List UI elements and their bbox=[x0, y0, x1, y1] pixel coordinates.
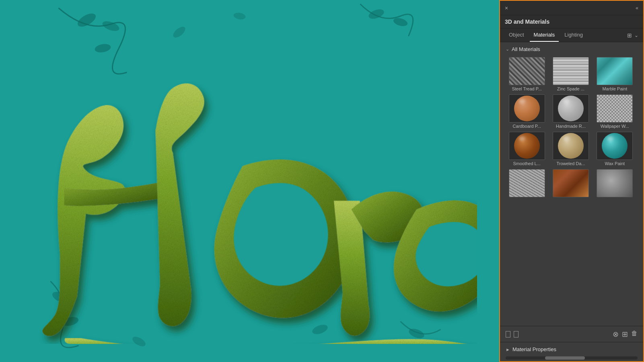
wallpaper-texture bbox=[597, 95, 632, 122]
steel-tread-texture bbox=[509, 57, 545, 85]
material-item-flat3[interactable] bbox=[594, 168, 636, 199]
material-label-troweled: Troweled Da... bbox=[553, 161, 589, 166]
material-label-cardboard: Cardboard P... bbox=[509, 124, 545, 129]
import-material2-button[interactable]: ⎕ bbox=[514, 329, 518, 339]
panel-title: 3D and Materials bbox=[505, 18, 638, 28]
material-item-flat1[interactable] bbox=[506, 168, 548, 199]
toolbar-right: ⊗ ⊞ 🗑 bbox=[613, 330, 638, 339]
wax-paint-sphere bbox=[602, 133, 628, 159]
add-material-button[interactable]: ⊞ bbox=[622, 330, 628, 339]
material-item-marble-paint[interactable]: Marble Paint bbox=[594, 56, 636, 92]
smoothed-sphere bbox=[514, 133, 540, 159]
section-chevron-icon: ⌄ bbox=[506, 47, 509, 52]
flat3-texture bbox=[597, 170, 632, 197]
flora-text bbox=[3, 18, 477, 344]
material-thumb-troweled bbox=[553, 132, 589, 160]
materials-grid-container: Steel Tread P... Zinc Spade ... Marble P… bbox=[500, 56, 643, 326]
material-item-wax-paint[interactable]: Wax Paint bbox=[594, 131, 636, 167]
bottom-scrollbar-thumb bbox=[545, 356, 584, 360]
material-thumb-steel-tread bbox=[509, 57, 545, 85]
troweled-sphere bbox=[558, 133, 584, 159]
delete-material-button[interactable]: 🗑 bbox=[631, 330, 638, 339]
flat2-texture bbox=[553, 170, 588, 197]
material-label-zinc-spade: Zinc Spade ... bbox=[553, 86, 589, 91]
material-thumb-flat3 bbox=[597, 169, 633, 197]
material-thumb-handmade bbox=[553, 94, 589, 123]
material-item-handmade[interactable]: Handmade R... bbox=[549, 94, 592, 129]
toolbar-left: ⎕ ⎕ bbox=[506, 329, 518, 339]
material-thumb-smoothed bbox=[509, 132, 545, 160]
material-item-smoothed[interactable]: Smoothed L... bbox=[506, 131, 548, 167]
material-label-marble-paint: Marble Paint bbox=[597, 86, 633, 91]
material-thumb-marble-paint bbox=[597, 57, 633, 85]
material-thumb-zinc-spade bbox=[553, 57, 589, 85]
materials-grid: Steel Tread P... Zinc Spade ... Marble P… bbox=[506, 56, 638, 199]
material-thumb-wallpaper bbox=[597, 94, 633, 123]
flat1-texture bbox=[509, 170, 545, 197]
material-label-smoothed: Smoothed L... bbox=[509, 161, 545, 166]
material-properties-section: ► Material Properties bbox=[500, 342, 643, 356]
material-item-steel-tread[interactable]: Steel Tread P... bbox=[506, 56, 548, 92]
all-materials-header[interactable]: ⌄ All Materials bbox=[500, 42, 643, 56]
material-label-wallpaper: Wallpaper W... bbox=[597, 124, 633, 129]
marble-paint-texture bbox=[597, 57, 632, 85]
material-properties-header[interactable]: ► Material Properties bbox=[506, 346, 638, 352]
tab-materials[interactable]: Materials bbox=[530, 29, 559, 42]
material-item-zinc-spade[interactable]: Zinc Spade ... bbox=[549, 56, 592, 92]
material-properties-label: Material Properties bbox=[512, 346, 556, 352]
panel-toolbar: ⎕ ⎕ ⊗ ⊞ 🗑 bbox=[500, 326, 643, 342]
material-props-chevron-icon: ► bbox=[506, 347, 510, 352]
tabs-bar: Object Materials Lighting ⊞ ⌄ bbox=[500, 29, 643, 42]
panel-body: ⌄ All Materials Steel Tread P... Z bbox=[500, 42, 643, 361]
material-label-wax-paint: Wax Paint bbox=[597, 161, 633, 166]
import-material-button[interactable]: ⎕ bbox=[506, 329, 510, 339]
tab-object[interactable]: Object bbox=[505, 29, 528, 42]
all-materials-label: All Materials bbox=[512, 46, 540, 52]
material-item-flat2[interactable] bbox=[549, 168, 592, 199]
panel-header: × « bbox=[500, 1, 643, 15]
panel-3d-materials: × « 3D and Materials Object Materials Li… bbox=[499, 0, 644, 362]
material-label-handmade: Handmade R... bbox=[553, 124, 589, 129]
tab-lighting[interactable]: Lighting bbox=[560, 29, 587, 42]
cardboard-sphere bbox=[514, 96, 540, 121]
zinc-spade-texture bbox=[553, 57, 588, 85]
canvas-area bbox=[0, 0, 499, 362]
material-item-wallpaper[interactable]: Wallpaper W... bbox=[594, 94, 636, 129]
material-thumb-wax-paint bbox=[597, 132, 633, 160]
collapse-button[interactable]: « bbox=[636, 5, 638, 11]
handmade-sphere bbox=[558, 96, 584, 121]
material-thumb-flat2 bbox=[553, 169, 589, 197]
material-label-steel-tread: Steel Tread P... bbox=[509, 86, 545, 91]
chevron-down-icon[interactable]: ⌄ bbox=[634, 33, 638, 38]
material-thumb-flat1 bbox=[509, 169, 545, 197]
material-item-troweled[interactable]: Troweled Da... bbox=[549, 131, 592, 167]
no-action-button[interactable]: ⊗ bbox=[613, 330, 619, 339]
close-button[interactable]: × bbox=[505, 5, 508, 11]
material-thumb-cardboard bbox=[509, 94, 545, 123]
panel-title-bar: 3D and Materials bbox=[500, 15, 643, 29]
grid-view-icon[interactable]: ⊞ bbox=[627, 32, 632, 39]
bottom-scrollbar[interactable] bbox=[506, 356, 638, 360]
material-item-cardboard[interactable]: Cardboard P... bbox=[506, 94, 548, 129]
